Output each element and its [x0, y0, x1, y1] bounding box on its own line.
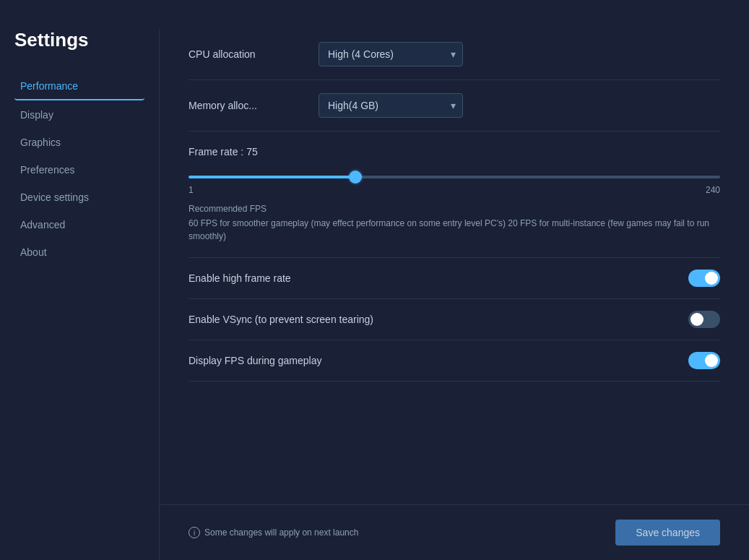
toggle-display-fps[interactable] — [688, 352, 720, 369]
main-content: CPU allocation Low (1 Core) Medium (2 Co… — [159, 29, 749, 560]
toggle-label-high-frame-rate: Enable high frame rate — [189, 272, 291, 284]
toggle-row-high-frame-rate: Enable high frame rate — [189, 258, 720, 299]
toggle-high-frame-rate[interactable] — [688, 270, 720, 287]
save-changes-button[interactable]: Save changes — [615, 520, 720, 546]
slider-labels: 1 240 — [189, 185, 720, 195]
frame-rate-slider[interactable] — [189, 176, 720, 178]
memory-allocation-select[interactable]: Low(1 GB) Medium(2 GB) High(4 GB) Ultra(… — [319, 93, 463, 118]
cpu-allocation-select-wrapper: Low (1 Core) Medium (2 Cores) High (4 Co… — [319, 42, 463, 66]
recommended-fps: Recommended FPS 60 FPS for smoother game… — [189, 204, 720, 243]
sidebar-item-graphics[interactable]: Graphics — [14, 129, 144, 155]
sidebar-item-device-settings[interactable]: Device settings — [14, 184, 144, 210]
page-title: Settings — [14, 29, 144, 51]
fps-desc: 60 FPS for smoother gameplay (may effect… — [189, 217, 720, 243]
toggle-label-vsync: Enable VSync (to prevent screen tearing) — [189, 314, 373, 325]
memory-allocation-label: Memory alloc... — [189, 100, 319, 111]
cpu-allocation-row: CPU allocation Low (1 Core) Medium (2 Co… — [189, 29, 720, 80]
info-icon: i — [189, 527, 200, 538]
cpu-allocation-label: CPU allocation — [189, 48, 319, 60]
fps-title: Recommended FPS — [189, 204, 720, 214]
frame-rate-slider-container — [189, 169, 720, 181]
memory-allocation-select-wrapper: Low(1 GB) Medium(2 GB) High(4 GB) Ultra(… — [319, 93, 463, 118]
footer-note-text: Some changes will apply on next launch — [204, 527, 358, 538]
slider-min-label: 1 — [189, 185, 194, 195]
cpu-allocation-select[interactable]: Low (1 Core) Medium (2 Cores) High (4 Co… — [319, 42, 463, 66]
toggle-vsync[interactable] — [688, 311, 720, 328]
memory-allocation-row: Memory alloc... Low(1 GB) Medium(2 GB) H… — [189, 80, 720, 132]
toggle-label-display-fps: Display FPS during gameplay — [189, 355, 321, 366]
toggle-thumb-vsync — [690, 313, 703, 326]
toggle-thumb-high-frame-rate — [705, 272, 718, 285]
sidebar-item-preferences[interactable]: Preferences — [14, 157, 144, 183]
sidebar-item-about[interactable]: About — [14, 239, 144, 265]
slider-max-label: 240 — [706, 185, 720, 195]
sidebar-item-display[interactable]: Display — [14, 102, 144, 128]
toggle-row-display-fps: Display FPS during gameplay — [189, 340, 720, 382]
frame-rate-title: Frame rate : 75 — [189, 146, 720, 158]
toggle-thumb-display-fps — [705, 354, 718, 367]
sidebar: Settings Performance Display Graphics Pr… — [0, 29, 159, 560]
footer: i Some changes will apply on next launch… — [160, 504, 749, 560]
sidebar-item-advanced[interactable]: Advanced — [14, 212, 144, 238]
footer-note: i Some changes will apply on next launch — [189, 527, 358, 538]
frame-rate-section: Frame rate : 75 1 240 Recommended FPS 60… — [189, 132, 720, 258]
sidebar-item-performance[interactable]: Performance — [14, 73, 144, 100]
toggle-row-vsync: Enable VSync (to prevent screen tearing) — [189, 299, 720, 340]
